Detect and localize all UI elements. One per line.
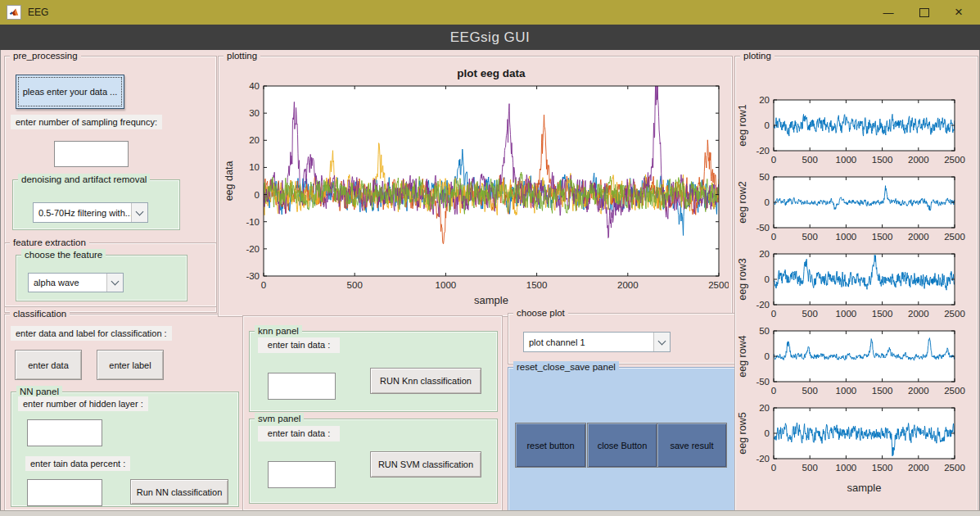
svg-text:-50: -50 (756, 377, 770, 387)
channel-dropdown-value: plot channel 1 (524, 337, 653, 347)
svg-text:0: 0 (261, 280, 266, 290)
ploting-title: ploting (740, 50, 775, 62)
choose-feature-title: choose the feature (21, 249, 106, 261)
svg-text:30: 30 (249, 108, 260, 118)
run-svm-button[interactable]: RUN SVM classification (370, 451, 481, 478)
svg-text:0: 0 (771, 463, 776, 473)
chevron-down-icon (653, 333, 670, 351)
reset-close-save-panel: reset_close_save panel reset button clos… (508, 367, 736, 513)
svg-text:500: 500 (802, 463, 818, 473)
train-percent-input[interactable] (27, 479, 102, 506)
choose-feature-panel: choose the feature alpha wave (16, 255, 187, 301)
maximize-icon (919, 8, 929, 17)
feature-extraction-title: feature extraction (10, 237, 89, 249)
svg-text:500: 500 (802, 309, 818, 319)
run-knn-button[interactable]: RUN Knn classification (370, 368, 481, 394)
svg-text:0: 0 (765, 274, 770, 284)
denoising-title: denoising and artifact removal (18, 174, 150, 186)
eeg-row1-plot: 05001000150020002500-20020eeg row1 (736, 88, 976, 165)
svg-text:1500: 1500 (872, 463, 893, 473)
svg-text:1500: 1500 (872, 155, 893, 165)
svg-text:1000: 1000 (436, 280, 457, 290)
eeg-app-window: EEG — × EEGsig GUI pre_processing pleas … (0, 0, 980, 516)
minimize-icon: — (883, 7, 894, 19)
svg-text:20: 20 (759, 95, 770, 105)
knn-train-input[interactable] (268, 373, 336, 400)
svg-text:1000: 1000 (836, 309, 857, 319)
feature-extraction-panel: feature extraction choose the feature al… (4, 242, 217, 307)
svg-text:500: 500 (802, 386, 818, 396)
svg-text:eeg row1: eeg row1 (737, 104, 748, 146)
filter-dropdown[interactable]: 0.5-70Hz filtering with... (33, 202, 148, 223)
svg-text:-50: -50 (756, 223, 770, 233)
svg-text:-20: -20 (756, 300, 770, 310)
svg-text:0: 0 (765, 428, 770, 438)
eeg-row2-plot: 05001000150020002500-50050eeg row2 (736, 165, 976, 242)
svg-text:2500: 2500 (944, 232, 965, 242)
enter-label-button[interactable]: enter label (97, 350, 164, 380)
svg-text:10: 10 (249, 162, 260, 172)
nn-panel: NN panel enter number of hidden layer : … (11, 392, 239, 507)
svg-text:1000: 1000 (836, 463, 857, 473)
svg-text:0: 0 (765, 197, 770, 207)
svg-text:1500: 1500 (872, 386, 893, 396)
choose-plot-title: choose plot (513, 307, 568, 319)
svg-text:eeg row4: eeg row4 (737, 335, 748, 377)
close-gui-button[interactable]: close Button (587, 423, 657, 468)
svg-text:2500: 2500 (944, 309, 965, 319)
svg-text:20: 20 (759, 249, 770, 259)
svg-text:500: 500 (802, 155, 818, 165)
minimize-button[interactable]: — (872, 0, 905, 25)
gui-title: EEGsig GUI (450, 29, 531, 46)
svg-text:40: 40 (249, 81, 260, 91)
svg-text:2500: 2500 (944, 155, 965, 165)
svg-text:-30: -30 (246, 271, 260, 281)
pre-processing-title: pre_processing (10, 50, 81, 62)
enter-data-file-button[interactable]: pleas enter your data ... (16, 75, 124, 109)
svm-train-input[interactable] (268, 461, 336, 488)
hidden-layer-input[interactable] (27, 419, 102, 446)
sampling-frequency-input[interactable] (54, 141, 129, 167)
reset-close-save-title: reset_close_save panel (513, 361, 619, 373)
svg-text:eeg row5: eeg row5 (737, 412, 748, 454)
svg-text:2000: 2000 (908, 155, 929, 165)
maximize-button[interactable] (908, 0, 941, 25)
svg-text:0: 0 (765, 351, 770, 361)
feature-dropdown[interactable]: alpha wave (28, 273, 124, 292)
eeg-row4-plot: 05001000150020002500-50050eeg row4 (736, 319, 976, 396)
svg-text:20: 20 (249, 135, 260, 145)
svg-text:1500: 1500 (872, 309, 893, 319)
svg-text:-20: -20 (756, 146, 770, 156)
window-titlebar: EEG — × (0, 0, 980, 25)
svg-text:2000: 2000 (908, 463, 929, 473)
svm-panel: svm panel enter tain data : RUN SVM clas… (249, 419, 498, 504)
enter-data-button[interactable]: enter data (15, 350, 82, 380)
eeg-row3-plot: 05001000150020002500-20020eeg row3 (736, 242, 976, 319)
svg-text:-20: -20 (756, 454, 770, 464)
svg-text:0: 0 (771, 309, 776, 319)
svg-text:0: 0 (771, 386, 776, 396)
svg-text:2500: 2500 (944, 463, 965, 473)
filter-dropdown-value: 0.5-70Hz filtering with... (34, 208, 131, 218)
hidden-layer-label: enter number of hidden layer : (18, 396, 148, 411)
chevron-down-icon (106, 274, 123, 292)
knn-panel: knn panel enter tain data : RUN Knn clas… (249, 331, 498, 412)
svg-text:eeg row2: eeg row2 (737, 181, 748, 223)
svg-text:2500: 2500 (944, 386, 965, 396)
close-button[interactable]: × (942, 0, 975, 25)
choose-plot-panel: choose plot plot channel 1 (508, 313, 736, 364)
svg-text:500: 500 (347, 280, 363, 290)
reset-button[interactable]: reset button (515, 423, 586, 468)
denoising-panel: denoising and artifact removal 0.5-70Hz … (12, 179, 180, 230)
save-result-button[interactable]: save result (657, 423, 727, 468)
svg-text:sample: sample (847, 482, 882, 494)
classification-label: enter data and label for classification … (11, 326, 172, 341)
svg-text:-20: -20 (246, 244, 260, 254)
svg-text:0: 0 (771, 232, 776, 242)
svg-text:500: 500 (802, 232, 818, 242)
svg-text:2000: 2000 (908, 309, 929, 319)
run-nn-button[interactable]: Run NN classification (130, 479, 228, 505)
knn-panel-title: knn panel (255, 325, 302, 337)
channel-dropdown[interactable]: plot channel 1 (523, 332, 671, 352)
svg-text:plot eeg data: plot eeg data (457, 67, 526, 79)
